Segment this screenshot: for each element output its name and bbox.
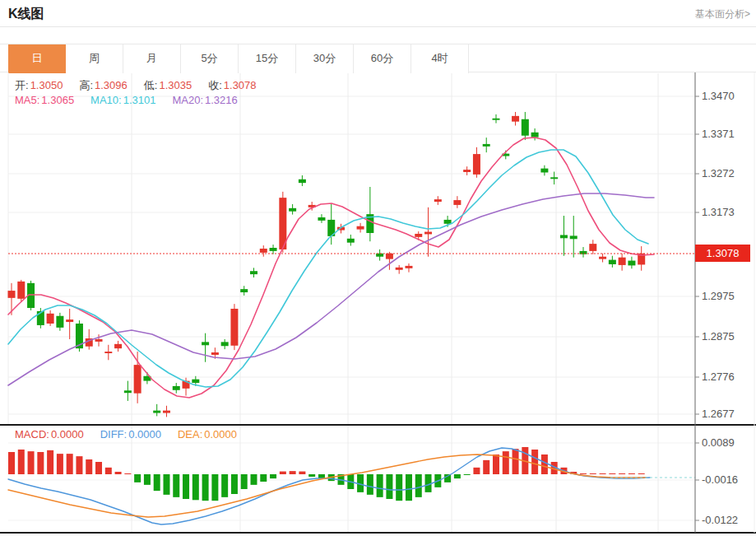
macd-bar	[192, 474, 199, 500]
macd-bar	[619, 473, 625, 474]
kline-widget: K线图 基本面分析> 日周月5分15分30分60分4时 开:1.3050高:1.…	[0, 0, 756, 536]
macd-bar	[105, 468, 112, 474]
macd-bar	[115, 472, 122, 474]
macd-bar	[95, 462, 102, 474]
candle-body	[66, 319, 73, 322]
candle-body	[599, 257, 606, 259]
candle-body	[202, 342, 209, 345]
macd-bar	[464, 474, 471, 475]
macd-bar	[609, 473, 615, 474]
macd-bar	[144, 474, 151, 485]
macd-bar	[590, 473, 596, 474]
macd-bar	[270, 474, 276, 478]
candle-body	[531, 133, 539, 137]
candle-body	[17, 282, 25, 299]
candle-body	[124, 390, 132, 393]
macd-bar	[367, 474, 373, 495]
macd-bar	[37, 452, 44, 474]
macd-bar	[299, 472, 305, 474]
macd-bar	[454, 474, 461, 478]
candle-body	[540, 169, 548, 173]
macd-bar	[241, 474, 248, 489]
macd-bar	[483, 460, 489, 474]
macd-bar	[163, 474, 169, 495]
candle-body	[580, 251, 587, 254]
macd-bar	[580, 473, 587, 474]
candle-body	[424, 232, 432, 235]
candle-body	[357, 226, 364, 230]
candle-body	[444, 220, 452, 224]
macd-bar	[57, 454, 63, 474]
macd-bar	[18, 450, 25, 474]
macd-bar	[531, 450, 538, 474]
macd-bar	[513, 449, 519, 474]
candle-body	[570, 235, 577, 239]
macd-bar	[396, 474, 402, 501]
candle-body	[589, 244, 596, 251]
macd-bar	[251, 474, 257, 485]
candle-body	[56, 316, 63, 328]
candle-body	[230, 309, 238, 346]
macd-bar	[47, 450, 53, 474]
macd-bar	[76, 456, 82, 474]
candle-body	[289, 208, 296, 212]
macd-bar	[86, 459, 92, 474]
macd-bar	[541, 454, 548, 474]
macd-bar	[124, 473, 131, 474]
macd-bar	[260, 474, 267, 482]
candle-body	[318, 217, 325, 221]
candle-body	[192, 380, 199, 383]
candle-body	[415, 234, 422, 237]
candle-body	[619, 258, 626, 265]
candle-body	[522, 119, 529, 136]
candle-body	[453, 200, 461, 205]
macd-bar	[173, 474, 179, 497]
macd-bar	[377, 474, 383, 497]
candle-body	[434, 199, 442, 202]
candle-body	[134, 365, 141, 394]
candle-body	[104, 352, 112, 353]
macd-bar	[600, 473, 606, 474]
candle-body	[250, 271, 257, 274]
candle-body	[163, 411, 170, 413]
candle-body	[211, 352, 219, 355]
macd-bar	[415, 474, 422, 497]
macd-bar	[308, 474, 315, 477]
candle-body	[512, 116, 519, 122]
candle-body	[396, 268, 403, 270]
macd-bar	[231, 474, 238, 494]
candle-body	[8, 291, 16, 298]
macd-bar	[628, 473, 635, 474]
macd-bar	[67, 454, 73, 474]
candle-body	[173, 386, 180, 390]
candle-body	[405, 266, 412, 268]
candle-body	[628, 261, 635, 266]
candle-body	[240, 289, 248, 292]
candle-body	[483, 144, 490, 147]
macd-bar	[183, 474, 189, 499]
ma10-line	[8, 150, 648, 387]
candle-body	[153, 411, 160, 413]
kline-chart-canvas[interactable]	[0, 0, 756, 536]
candle-body	[550, 177, 558, 179]
candle-body	[347, 239, 355, 243]
macd-bar	[638, 473, 645, 474]
macd-bar	[154, 474, 160, 491]
macd-bar	[134, 474, 141, 482]
candle-body	[473, 154, 480, 175]
macd-bar	[386, 474, 392, 499]
candle-body	[47, 314, 54, 324]
macd-bar	[221, 474, 228, 497]
macd-bar	[280, 472, 286, 474]
dea-line	[8, 454, 646, 517]
candle-body	[560, 235, 568, 238]
macd-bar	[28, 451, 35, 474]
candle-body	[270, 248, 277, 251]
candle-body	[221, 342, 229, 346]
macd-bar	[202, 474, 209, 501]
candle-body	[493, 119, 500, 120]
candle-body	[463, 170, 471, 172]
candle-body	[299, 179, 306, 183]
chart-region	[0, 72, 756, 536]
candle-body	[95, 339, 103, 342]
